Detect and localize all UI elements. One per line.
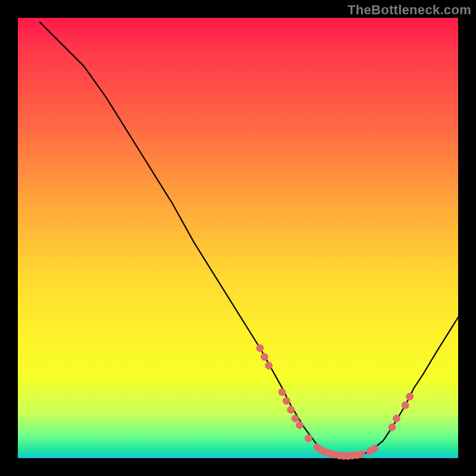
scatter-point [371,445,378,452]
scatter-point [261,353,268,361]
scatter-point [389,424,396,431]
scatter-points-group [256,345,414,459]
bottleneck-curve [40,22,458,456]
chart-plot-area [18,18,458,458]
scatter-point [296,422,303,429]
scatter-point [256,345,264,352]
chart-svg [18,18,458,458]
scatter-point [292,415,299,422]
scatter-point [358,450,365,458]
scatter-point [265,362,273,369]
watermark-text: TheBottleneck.com [347,2,471,18]
scatter-point [278,389,286,396]
scatter-point [287,406,295,414]
scatter-point [406,393,414,400]
scatter-point [402,402,409,409]
scatter-point [283,397,290,405]
scatter-point [305,435,312,442]
scatter-point [393,415,400,422]
